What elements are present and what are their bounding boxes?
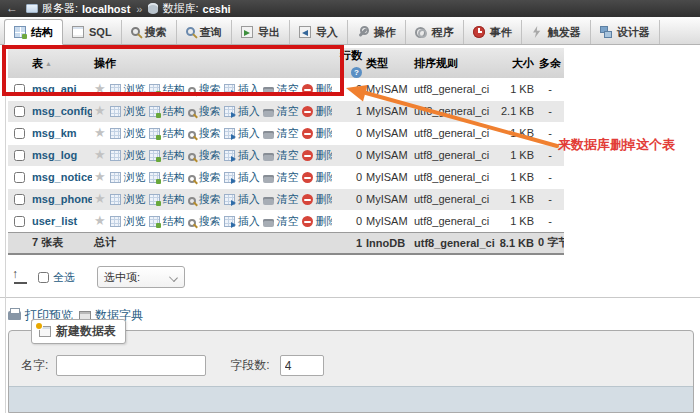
annotation-text: 来数据库删掉这个表 <box>558 136 675 154</box>
header-table-name[interactable]: 表▲ <box>30 48 92 78</box>
search-action-link[interactable]: 搜索 <box>188 171 221 183</box>
search-action-link[interactable]: 搜索 <box>188 149 221 161</box>
drop-action-link[interactable]: 删除 <box>302 149 332 161</box>
favorite-star-icon[interactable]: ★ <box>94 213 106 228</box>
insert-action-link[interactable]: 插入 <box>224 215 260 227</box>
structure-action-link[interactable]: 结构 <box>149 83 185 95</box>
favorite-star-icon[interactable]: ★ <box>94 147 106 162</box>
table-name-link[interactable]: msg_api <box>32 83 77 95</box>
insert-action-link[interactable]: 插入 <box>224 83 260 95</box>
query-icon <box>186 27 195 36</box>
check-all-label[interactable]: 全选 <box>53 270 75 285</box>
favorite-star-icon[interactable]: ★ <box>94 191 106 206</box>
row-checkbox[interactable] <box>14 194 25 205</box>
drop-action-link[interactable]: 删除 <box>302 215 332 227</box>
insert-action-link[interactable]: 插入 <box>224 171 260 183</box>
empty-action-link[interactable]: 清空 <box>263 105 299 117</box>
form-footer-band <box>9 386 693 412</box>
browse-action-link[interactable]: 浏览 <box>110 105 146 117</box>
browse-action-link[interactable]: 浏览 <box>110 215 146 227</box>
browse-action-link[interactable]: 浏览 <box>110 127 146 139</box>
tab-query[interactable]: 查询 <box>177 20 232 44</box>
table-header-row: 表▲ 操作 行数? 类型 排序规则 大小 多余 <box>8 48 564 78</box>
row-checkbox[interactable] <box>14 84 25 95</box>
structure-action-link[interactable]: 结构 <box>149 149 185 161</box>
insert-action-link[interactable]: 插入 <box>224 105 260 117</box>
breadcrumb-server-link[interactable]: localhost <box>82 3 130 15</box>
table-name-link[interactable]: msg_notice <box>32 171 92 183</box>
section-divider <box>0 297 700 298</box>
tab-operations[interactable]: 操作 <box>348 20 406 44</box>
table-name-link[interactable]: msg_log <box>32 149 77 161</box>
empty-action-link[interactable]: 清空 <box>263 83 299 95</box>
structure-action-link[interactable]: 结构 <box>149 105 185 117</box>
table-name-link[interactable]: msg_phone <box>32 193 92 205</box>
drop-action-link[interactable]: 删除 <box>302 105 332 117</box>
help-icon[interactable]: ? <box>351 67 362 78</box>
favorite-star-icon[interactable]: ★ <box>94 169 106 184</box>
browse-icon <box>110 128 121 139</box>
favorite-star-icon[interactable]: ★ <box>94 103 106 118</box>
empty-action-link[interactable]: 清空 <box>263 171 299 183</box>
empty-icon <box>263 131 274 139</box>
search-action-link[interactable]: 搜索 <box>188 83 221 95</box>
empty-icon <box>263 109 274 117</box>
insert-action-link[interactable]: 插入 <box>224 193 260 205</box>
browse-action-link[interactable]: 浏览 <box>110 83 146 95</box>
summary-total-label: 总计 <box>92 232 332 254</box>
new-table-name-input[interactable] <box>56 355 206 376</box>
browse-action-link[interactable]: 浏览 <box>110 171 146 183</box>
tab-designer[interactable]: 设计器 <box>591 20 660 44</box>
structure-action-link[interactable]: 结构 <box>149 193 185 205</box>
empty-action-link[interactable]: 清空 <box>263 215 299 227</box>
tab-search[interactable]: 搜索 <box>122 20 177 44</box>
drop-icon <box>302 194 313 205</box>
search-icon <box>188 131 196 139</box>
search-action-link[interactable]: 搜索 <box>188 193 221 205</box>
tab-export[interactable]: 导出 <box>232 20 290 44</box>
check-all-checkbox[interactable] <box>38 272 49 283</box>
drop-action-link[interactable]: 删除 <box>302 127 332 139</box>
browse-action-link[interactable]: 浏览 <box>110 149 146 161</box>
drop-action-link[interactable]: 删除 <box>302 83 332 95</box>
breadcrumb-server-label: 服务器: <box>42 1 78 16</box>
empty-action-link[interactable]: 清空 <box>263 193 299 205</box>
tab-triggers[interactable]: 触发器 <box>522 20 591 44</box>
table-name-link[interactable]: msg_config <box>32 105 92 117</box>
drop-action-link[interactable]: 删除 <box>302 171 332 183</box>
structure-action-link[interactable]: 结构 <box>149 171 185 183</box>
browse-action-link[interactable]: 浏览 <box>110 193 146 205</box>
favorite-star-icon[interactable]: ★ <box>94 81 106 96</box>
search-action-link[interactable]: 搜索 <box>188 105 221 117</box>
structure-action-link[interactable]: 结构 <box>149 127 185 139</box>
tab-routines[interactable]: 程序 <box>406 20 464 44</box>
breadcrumb-db-link[interactable]: ceshi <box>203 3 231 15</box>
search-action-link[interactable]: 搜索 <box>188 215 221 227</box>
fields-count-input[interactable] <box>280 355 324 376</box>
row-checkbox[interactable] <box>14 216 25 227</box>
with-selected-dropdown[interactable]: 选中项: <box>97 266 185 288</box>
row-checkbox[interactable] <box>14 172 25 183</box>
row-checkbox[interactable] <box>14 106 25 117</box>
tab-sql[interactable]: SQL <box>63 20 122 44</box>
table-name-link[interactable]: msg_km <box>32 127 77 139</box>
table-name-link[interactable]: user_list <box>32 215 77 227</box>
create-table-legend: 新建数据表 <box>31 319 126 344</box>
search-action-link[interactable]: 搜索 <box>188 127 221 139</box>
printer-icon <box>8 311 21 320</box>
insert-action-link[interactable]: 插入 <box>224 127 260 139</box>
insert-action-link[interactable]: 插入 <box>224 149 260 161</box>
table-row: msg_km ★浏览结构搜索插入清空删除 0 MyISAM utf8_gener… <box>8 122 564 144</box>
tab-import[interactable]: 导入 <box>290 20 348 44</box>
empty-action-link[interactable]: 清空 <box>263 149 299 161</box>
structure-action-link[interactable]: 结构 <box>149 215 185 227</box>
back-arrow-icon[interactable]: ← <box>6 0 18 17</box>
row-checkbox[interactable] <box>14 128 25 139</box>
drop-action-link[interactable]: 删除 <box>302 193 332 205</box>
row-checkbox[interactable] <box>14 150 25 161</box>
empty-action-link[interactable]: 清空 <box>263 127 299 139</box>
search-icon <box>188 109 196 117</box>
tab-structure[interactable]: 结构 <box>4 19 63 45</box>
favorite-star-icon[interactable]: ★ <box>94 125 106 140</box>
tab-events[interactable]: 事件 <box>464 20 522 44</box>
